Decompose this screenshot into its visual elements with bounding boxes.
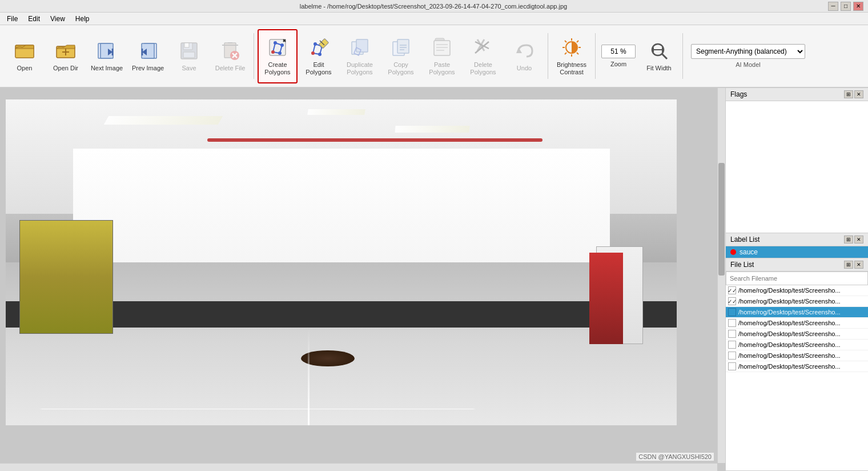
delete-file-icon: [219, 39, 242, 62]
file-item-4[interactable]: /home/rog/Desktop/test/Screensho...: [726, 318, 868, 329]
file-list-header-controls: ⊞ ✕: [844, 261, 863, 269]
svg-rect-16: [183, 52, 195, 58]
toolbar-separator-1: [254, 33, 254, 79]
paste-polygons-button[interactable]: Paste Polygons: [422, 29, 462, 83]
file-item-5[interactable]: /home/rog/Desktop/test/Screensho...: [726, 329, 868, 340]
file-item-6[interactable]: /home/rog/Desktop/test/Screensho...: [726, 340, 868, 350]
file-list-title: File List: [730, 261, 754, 269]
file-item-1[interactable]: ✓ /home/rog/Desktop/test/Screensho...: [726, 285, 868, 296]
save-icon: [178, 39, 200, 62]
file-list-float-button[interactable]: ⊞: [844, 261, 853, 269]
file-list-header: File List ⊞ ✕: [726, 258, 868, 272]
file-check-1[interactable]: ✓: [728, 286, 736, 294]
copy-polygons-button[interactable]: Copy Polygons: [381, 29, 421, 83]
label-list-float-button[interactable]: ⊞: [844, 236, 853, 244]
flags-close-button[interactable]: ✕: [854, 90, 863, 98]
file-check-7[interactable]: [728, 352, 736, 360]
menu-help[interactable]: Help: [71, 14, 94, 24]
file-item-7[interactable]: /home/rog/Desktop/test/Screensho...: [726, 350, 868, 361]
file-check-2[interactable]: ✓: [728, 297, 736, 305]
file-search-input[interactable]: [726, 272, 868, 285]
open-dir-button[interactable]: Open Dir: [46, 29, 86, 83]
ceiling-light-3: [395, 126, 469, 133]
duplicate-polygons-icon: [348, 36, 371, 59]
svg-point-27: [280, 43, 284, 47]
next-image-label: Next Image: [91, 65, 123, 72]
next-image-icon: [95, 39, 118, 62]
svg-rect-6: [101, 43, 113, 58]
ai-model-label: AI Model: [736, 61, 760, 68]
file-list-close-button[interactable]: ✕: [854, 261, 863, 269]
equipment-left: [19, 220, 114, 334]
label-list-close-button[interactable]: ✕: [854, 236, 863, 244]
file-list-content: ✓ /home/rog/Desktop/test/Screensho... ✓ …: [726, 285, 868, 470]
file-name-2: /home/rog/Desktop/test/Screensho...: [738, 298, 841, 305]
next-image-button[interactable]: Next Image: [87, 29, 127, 83]
floor-line-2: [308, 328, 310, 425]
file-item-3[interactable]: /home/rog/Desktop/test/Screensho...: [726, 307, 868, 318]
open-dir-label: Open Dir: [53, 65, 78, 72]
label-list-header: Label List ⊞ ✕: [726, 233, 868, 246]
file-check-8[interactable]: [728, 362, 736, 370]
label-list-title: Label List: [730, 236, 760, 244]
file-check-6[interactable]: [728, 341, 736, 349]
file-name-1: /home/rog/Desktop/test/Screensho...: [738, 287, 841, 294]
red-pipe: [207, 138, 543, 142]
vertical-scroll-thumb[interactable]: [718, 163, 725, 276]
undo-button[interactable]: Undo: [504, 29, 544, 83]
fit-width-button[interactable]: Fit Width: [639, 29, 679, 83]
delete-polygons-button[interactable]: Delete Polygons: [463, 29, 503, 83]
file-item-8[interactable]: /home/rog/Desktop/test/Screensho...: [726, 361, 868, 372]
svg-rect-36: [319, 38, 329, 48]
close-button[interactable]: ✕: [853, 2, 863, 11]
maximize-button[interactable]: □: [841, 2, 851, 11]
delete-file-button[interactable]: Delete File: [210, 29, 250, 83]
flags-float-button[interactable]: ⊞: [844, 90, 853, 98]
svg-line-62: [577, 53, 578, 54]
prev-image-button[interactable]: Prev Image: [128, 29, 168, 83]
label-item-sauce[interactable]: sauce: [726, 246, 868, 258]
ceiling-light-2: [307, 109, 365, 115]
svg-point-25: [271, 50, 275, 54]
menu-file[interactable]: File: [2, 14, 22, 24]
svg-rect-10: [142, 43, 154, 58]
duplicate-polygons-button[interactable]: Duplicate Polygons: [340, 29, 380, 83]
menu-edit[interactable]: Edit: [23, 14, 45, 24]
copy-polygons-label: Copy Polygons: [384, 61, 418, 76]
horizontal-scrollbar[interactable]: [0, 463, 717, 471]
file-check-3[interactable]: [728, 308, 736, 316]
ai-model-select[interactable]: Segment-Anything (balanced): [691, 44, 805, 59]
minimize-button[interactable]: ─: [828, 2, 838, 11]
ai-model-group: Segment-Anything (balanced) AI Model: [691, 44, 805, 68]
create-polygons-button[interactable]: Create Polygons: [258, 29, 298, 83]
label-list-section: Label List ⊞ ✕ sauce: [726, 233, 868, 258]
file-name-6: /home/rog/Desktop/test/Screensho...: [738, 341, 841, 348]
zoom-input[interactable]: [601, 45, 636, 58]
brightness-contrast-button[interactable]: Brightness Contrast: [552, 29, 592, 83]
duplicate-polygons-label: Duplicate Polygons: [343, 61, 377, 76]
flags-header-controls: ⊞ ✕: [844, 90, 863, 98]
file-check-5[interactable]: [728, 330, 736, 338]
open-dir-icon: [54, 39, 77, 62]
file-item-2[interactable]: ✓ /home/rog/Desktop/test/Screensho...: [726, 296, 868, 307]
save-button[interactable]: Save: [169, 29, 209, 83]
fit-width-icon: [648, 39, 670, 62]
svg-point-26: [274, 41, 277, 45]
vertical-scrollbar[interactable]: [717, 88, 725, 463]
open-icon: [13, 39, 36, 62]
file-check-4[interactable]: [728, 319, 736, 327]
flags-header: Flags ⊞ ✕: [726, 88, 868, 101]
open-button[interactable]: Open: [5, 29, 45, 83]
edit-polygons-button[interactable]: Edit Polygons: [299, 29, 339, 83]
edit-polygons-icon: [307, 36, 330, 59]
svg-point-32: [311, 51, 315, 55]
canvas-area[interactable]: CSDN @YANGXUSHI520: [0, 88, 725, 471]
floor-line-1: [39, 408, 476, 409]
flags-title: Flags: [730, 90, 747, 98]
svg-point-35: [318, 53, 322, 56]
delete-file-label: Delete File: [215, 65, 246, 72]
menu-view[interactable]: View: [46, 14, 70, 24]
prev-image-icon: [136, 39, 159, 62]
label-dot-sauce: [730, 249, 736, 255]
object-right-red: [589, 253, 623, 344]
